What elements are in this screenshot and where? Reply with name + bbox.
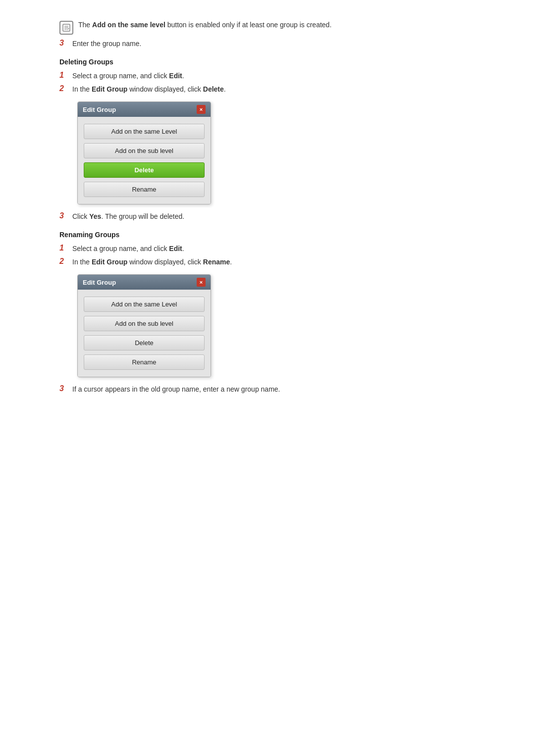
btn-rename-rename-dialog[interactable]: Rename [84, 354, 205, 370]
btn-add-same-level-rename-dialog[interactable]: Add on the same Level [84, 297, 205, 312]
section-renaming-heading: Renaming Groups [59, 231, 476, 239]
step-text-d3: Click Yes. The group will be deleted. [72, 211, 184, 222]
step-num-r2: 2 [59, 257, 68, 266]
dialog-rename-container: Edit Group × Add on the same Level Add o… [77, 274, 476, 377]
dialog-delete-container: Edit Group × Add on the same Level Add o… [77, 101, 476, 204]
dialog-delete-titlebar: Edit Group × [78, 102, 211, 117]
note-description: The Add on the same level button is enab… [78, 20, 331, 30]
dialog-delete-body: Add on the same Level Add on the sub lev… [78, 117, 211, 204]
step-num-d1: 1 [59, 71, 68, 80]
renaming-step-3: 3 If a cursor appears in the old group n… [59, 384, 476, 395]
dialog-delete-box: Edit Group × Add on the same Level Add o… [77, 101, 211, 204]
step-text-r2: In the Edit Group window displayed, clic… [72, 257, 232, 267]
dialog-rename-titlebar: Edit Group × [78, 275, 211, 290]
edit-bold-d1: Edit [169, 72, 182, 80]
dialog-rename-close[interactable]: × [197, 278, 206, 287]
deleting-step-1: 1 Select a group name, and click Edit. [59, 71, 476, 81]
dialog-delete-close[interactable]: × [197, 105, 206, 114]
renaming-step-2: 2 In the Edit Group window displayed, cl… [59, 257, 476, 267]
btn-rename-delete-dialog[interactable]: Rename [84, 182, 205, 197]
dialog-rename-title: Edit Group [83, 279, 116, 286]
yes-bold: Yes [89, 212, 101, 220]
step-text-r3: If a cursor appears in the old group nam… [72, 384, 280, 395]
dialog-rename-body: Add on the same Level Add on the sub lev… [78, 290, 211, 377]
edit-group-bold-d2: Edit Group [92, 85, 127, 93]
rename-bold-r2: Rename [203, 258, 230, 266]
step-enter-group: 3 Enter the group name. [59, 39, 476, 49]
step-num-r1: 1 [59, 244, 68, 252]
note-text-after: button is enabled only if at least one g… [167, 21, 332, 29]
renaming-step-1: 1 Select a group name, and click Edit. [59, 244, 476, 254]
step-num-d2: 2 [59, 84, 68, 93]
btn-add-same-level-delete-dialog[interactable]: Add on the same Level [84, 124, 205, 139]
btn-delete-delete-dialog[interactable]: Delete [84, 162, 205, 178]
step-num-3a: 3 [59, 39, 68, 48]
btn-add-sub-level-delete-dialog[interactable]: Add on the sub level [84, 143, 205, 158]
edit-bold-r1: Edit [169, 245, 182, 252]
step-text-d1: Select a group name, and click Edit. [72, 71, 184, 81]
step-text-r1: Select a group name, and click Edit. [72, 244, 184, 254]
step-text-d2: In the Edit Group window displayed, clic… [72, 84, 226, 95]
step-num-r3: 3 [59, 384, 68, 393]
dialog-delete-title: Edit Group [83, 106, 116, 113]
section-deleting-heading: Deleting Groups [59, 58, 476, 66]
edit-group-bold-r2: Edit Group [92, 258, 127, 266]
delete-bold-d2: Delete [203, 85, 224, 93]
note-icon [59, 21, 73, 35]
step-text-enter-group: Enter the group name. [72, 39, 141, 49]
dialog-rename-box: Edit Group × Add on the same Level Add o… [77, 274, 211, 377]
deleting-step-3: 3 Click Yes. The group will be deleted. [59, 211, 476, 222]
step-num-d3: 3 [59, 211, 68, 220]
btn-delete-rename-dialog[interactable]: Delete [84, 335, 205, 351]
btn-add-sub-level-rename-dialog[interactable]: Add on the sub level [84, 316, 205, 331]
note-bold: Add on the same level [92, 21, 165, 29]
deleting-step-2: 2 In the Edit Group window displayed, cl… [59, 84, 476, 95]
note-row: The Add on the same level button is enab… [59, 20, 476, 35]
